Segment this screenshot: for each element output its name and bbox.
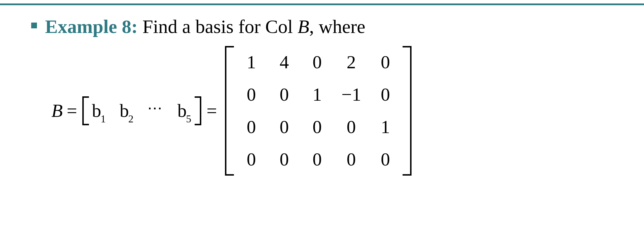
matrix-cell: 0 (308, 53, 326, 71)
column-b2: b 2 (120, 102, 134, 120)
equation: B = b 1 b 2 ⋯ b 5 = (51, 46, 621, 176)
matrix-cell: 0 (341, 150, 361, 169)
matrix-cell: 0 (243, 150, 260, 169)
matrix-cell: 4 (276, 53, 293, 71)
column-vector-notation: b 1 b 2 ⋯ b 5 (82, 96, 201, 125)
matrix-cell: 0 (377, 150, 394, 169)
matrix-cell: 0 (243, 118, 260, 136)
matrix-cell: 1 (243, 53, 260, 71)
matrix-cell: 0 (276, 85, 293, 104)
matrix-cell: 0 (377, 85, 394, 104)
matrix-cell: 1 (308, 85, 326, 104)
matrix-cell: 0 (308, 150, 326, 169)
matrix-cell: 1 (377, 118, 394, 136)
equation-lhs: B (51, 100, 63, 122)
column-vector-body: b 1 b 2 ⋯ b 5 (89, 102, 195, 120)
matrix-cell: 0 (276, 150, 293, 169)
matrix-cell: 2 (341, 53, 361, 71)
bullet-icon (31, 23, 37, 28)
ellipsis: ⋯ (147, 99, 164, 117)
column-b5: b 5 (177, 102, 192, 120)
column-b2-sub: 2 (128, 114, 133, 124)
matrix-cell: 0 (341, 118, 361, 136)
prompt-text-after: , where (309, 16, 365, 37)
equals-sign-1: = (67, 100, 77, 122)
matrix-body: 1 4 0 2 0 0 0 1 −1 0 0 0 0 0 1 0 0 0 0 0 (234, 46, 403, 176)
matrix-cell: 0 (308, 118, 326, 136)
left-bracket-icon (82, 96, 89, 125)
column-b2-base: b (120, 102, 129, 120)
example-label: Example 8: (45, 16, 138, 37)
example-prompt: Example 8: Find a basis for Col B, where (31, 16, 621, 37)
top-border-rule (0, 3, 644, 5)
matrix-right-bracket-icon (403, 46, 412, 176)
column-b1-sub: 1 (100, 114, 106, 124)
prompt-text-before: Find a basis for Col (138, 16, 298, 37)
equals-sign-2: = (206, 100, 217, 122)
column-b1: b 1 (92, 102, 106, 120)
matrix-cell: −1 (341, 85, 361, 104)
column-b5-base: b (177, 102, 187, 120)
column-b1-base: b (92, 102, 101, 120)
matrix-cell: 0 (243, 85, 260, 104)
matrix-B: 1 4 0 2 0 0 0 1 −1 0 0 0 0 0 1 0 0 0 0 0 (225, 46, 412, 176)
matrix-cell: 0 (276, 118, 293, 136)
prompt-matrix-var: B (297, 16, 309, 37)
right-bracket-icon (195, 96, 201, 125)
matrix-left-bracket-icon (225, 46, 234, 176)
slide-content: Example 8: Find a basis for Col B, where… (31, 16, 621, 176)
matrix-cell: 0 (377, 53, 394, 71)
column-b5-sub: 5 (186, 114, 191, 124)
